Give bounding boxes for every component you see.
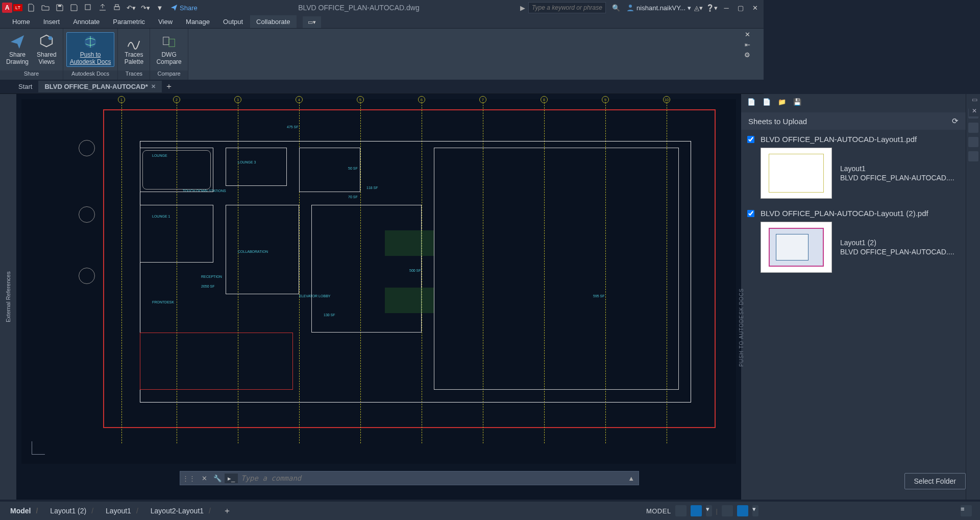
search-box[interactable] — [528, 2, 606, 13]
saveas-icon[interactable] — [69, 3, 79, 12]
tab-home[interactable]: Home — [6, 15, 36, 28]
tab-parametric[interactable]: Parametric — [107, 15, 151, 28]
svg-rect-2 — [114, 7, 119, 10]
traces-palette-button[interactable]: Traces Palette — [121, 33, 146, 66]
ribbon-tabs: Home Insert Annotate Parametric View Man… — [0, 15, 764, 29]
tab-extra[interactable]: ▭▾ — [303, 16, 321, 28]
share-label: Share — [180, 4, 198, 12]
tab-collaborate[interactable]: Collaborate — [250, 15, 297, 28]
sheet-checkbox[interactable] — [747, 136, 754, 143]
panel-collapse-buttons: ✕ ⇤ ⚙ — [742, 30, 753, 60]
ribbon-group-autodesk-docs: Push to Autodesk Docs Autodesk Docs — [63, 29, 118, 80]
document-title: BLVD OFFICE_PLAN-AUTOCAD.dwg — [198, 4, 520, 12]
save-icon[interactable] — [55, 3, 64, 12]
svg-rect-0 — [58, 5, 61, 7]
help-icon[interactable]: ❔▾ — [706, 4, 718, 12]
minimize-button[interactable]: ─ — [721, 2, 732, 13]
ribbon-group-compare: DWG Compare Compare — [150, 29, 188, 80]
open-icon[interactable] — [41, 3, 50, 12]
tab-view[interactable]: View — [152, 15, 179, 28]
panel-collapse-icon[interactable]: ⇤ — [742, 40, 752, 50]
share-button[interactable]: Share — [170, 4, 198, 12]
search-icon[interactable]: 🔍 — [609, 4, 623, 12]
svg-rect-3 — [115, 5, 118, 7]
close-tab-icon[interactable]: ✕ — [151, 83, 156, 90]
autodesk-app-icon[interactable]: ◬▾ — [694, 4, 703, 12]
document-tab[interactable]: BLVD OFFICE_PLAN-AUTOCAD* ✕ — [38, 81, 161, 92]
drawing-canvas[interactable]: 1 2 3 4 5 6 7 8 9 10 LOUNGE LOUNGE 3 LOU… — [16, 94, 741, 409]
main-area: External References 1 2 3 4 5 6 7 8 9 10 — [0, 94, 764, 409]
tab-insert[interactable]: Insert — [37, 15, 66, 28]
sheet-filename: BLVD OFFICE_PLAN-AUTOCAD-Layout1 (2).pdf — [761, 209, 764, 218]
user-menu[interactable]: nishant.naikVY...▾ — [626, 4, 691, 12]
globe-icon — [82, 34, 99, 50]
share-drawing-button[interactable]: Share Drawing — [3, 33, 32, 66]
svg-rect-8 — [169, 39, 175, 46]
saveall-icon[interactable] — [84, 3, 93, 12]
search-input[interactable] — [529, 4, 605, 11]
maximize-button[interactable]: ▢ — [735, 2, 746, 13]
infocenter-arrow-icon[interactable]: ▶ — [520, 4, 525, 12]
compare-icon — [161, 34, 177, 50]
undo-icon[interactable]: ↶▾ — [127, 3, 136, 12]
remove-sheet-icon[interactable]: 📄 — [763, 98, 764, 108]
panel-settings-icon[interactable]: ⚙ — [742, 50, 752, 60]
ribbon-group-share: Share Drawing Shared Views Share — [0, 29, 63, 80]
ribbon-group-traces: Traces Palette Traces — [118, 29, 150, 80]
sheet-filename: BLVD OFFICE_PLAN-AUTOCAD-Layout1.pdf — [761, 135, 764, 144]
start-tab[interactable]: Start — [12, 81, 38, 92]
svg-point-5 — [48, 36, 53, 40]
document-tab-label: BLVD OFFICE_PLAN-AUTOCAD* — [44, 83, 148, 90]
sheet-thumbnail[interactable] — [761, 222, 764, 273]
tab-annotate[interactable]: Annotate — [67, 15, 106, 28]
tab-manage[interactable]: Manage — [180, 15, 216, 28]
export-icon[interactable] — [98, 3, 107, 12]
paper-plane-icon — [170, 4, 178, 11]
lt-badge: LT — [13, 4, 22, 11]
push-to-docs-panel: 📄 📄 📁 💾 Sheets to Upload ⟳ BLVD OFFICE_P… — [741, 94, 764, 409]
quick-access-toolbar: ↶▾ ↷▾ ▼ — [27, 3, 164, 12]
push-to-docs-button[interactable]: Push to Autodesk Docs — [66, 32, 115, 67]
panel-heading: Sheets to Upload — [748, 117, 764, 126]
shared-views-button[interactable]: Shared Views — [34, 33, 60, 66]
svg-rect-7 — [163, 37, 169, 45]
external-references-palette[interactable]: External References — [0, 94, 16, 409]
group-label: Share — [0, 70, 63, 80]
traces-icon — [126, 34, 142, 50]
qat-dropdown-icon[interactable]: ▼ — [155, 3, 164, 12]
print-icon[interactable] — [112, 3, 121, 12]
user-name: nishant.naikVY... — [636, 4, 685, 12]
cube-share-icon — [38, 34, 55, 50]
title-bar: A LT ↶▾ ↷▾ ▼ Share BLVD OFFICE_PLAN-AUTO… — [0, 0, 764, 15]
sheet-item: BLVD OFFICE_PLAN-AUTOCAD-Layout1.pdf Lay… — [741, 130, 764, 204]
sheet-thumbnail[interactable] — [761, 148, 764, 199]
push-panel-title-vertical: PUSH TO AUTODESK DOCS — [739, 288, 744, 367]
app-logo: A — [2, 3, 12, 13]
sheet-item: BLVD OFFICE_PLAN-AUTOCAD-Layout1 (2).pdf… — [741, 204, 764, 278]
group-label: Autodesk Docs — [63, 70, 118, 80]
dwg-compare-button[interactable]: DWG Compare — [153, 33, 184, 66]
paper-plane-icon — [9, 34, 26, 50]
svg-point-4 — [629, 5, 632, 8]
new-icon[interactable] — [27, 3, 36, 12]
close-button[interactable]: ✕ — [749, 2, 761, 13]
redo-icon[interactable]: ↷▾ — [141, 3, 150, 12]
ribbon: Share Drawing Shared Views Share Push to… — [0, 29, 764, 80]
sheet-checkbox[interactable] — [747, 210, 754, 217]
svg-rect-1 — [85, 5, 90, 10]
floor-plan: 1 2 3 4 5 6 7 8 9 10 LOUNGE LOUNGE 3 LOU… — [103, 109, 716, 409]
add-sheet-icon[interactable]: 📄 — [747, 98, 757, 108]
group-label: Traces — [118, 70, 150, 80]
group-label: Compare — [150, 70, 187, 80]
user-icon — [626, 4, 634, 12]
document-tabs: Start BLVD OFFICE_PLAN-AUTOCAD* ✕ ＋ — [0, 80, 764, 94]
tab-output[interactable]: Output — [217, 15, 249, 28]
add-tab-button[interactable]: ＋ — [162, 81, 176, 92]
panel-close-icon[interactable]: ✕ — [742, 30, 752, 40]
